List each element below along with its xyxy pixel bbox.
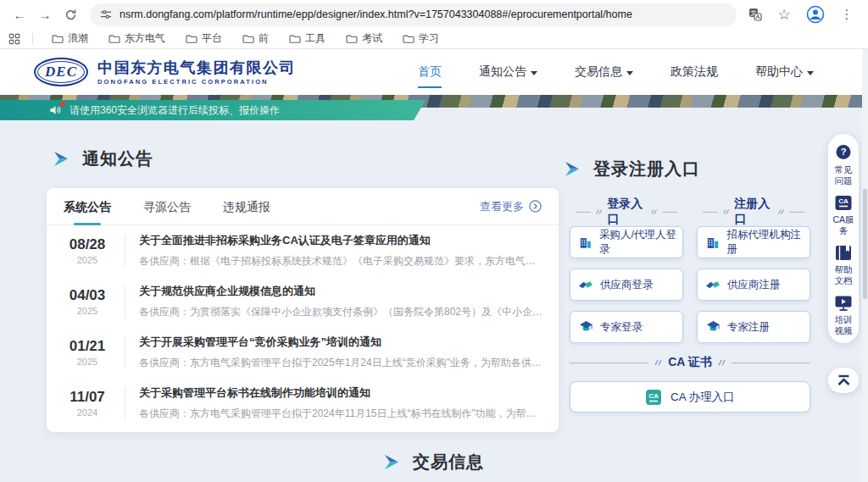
register-group-header: 注册入口 <box>703 197 804 227</box>
site-header: DEC 中国东方电气集团有限公司 DONGFANG ELECTRIC CORPO… <box>0 49 868 95</box>
divider <box>125 235 125 267</box>
question-icon: ? <box>834 143 853 162</box>
training-videos-shortcut[interactable]: 培训视频 <box>831 295 856 336</box>
graduation-cap-icon <box>579 320 593 334</box>
video-icon <box>834 295 853 312</box>
browser-alert-bar: 请使用360安全浏览器进行后续投标、报价操作 <box>0 100 426 120</box>
url-bar[interactable]: nsrm.dongfang.com/platform/runtime/epp/d… <box>90 3 737 26</box>
notices-card: 系统公告 寻源公告 违规通报 查看更多 08/28 2025 关于全面推进非招标… <box>47 188 559 432</box>
scrollbar-thumb[interactable] <box>863 189 867 299</box>
divider <box>125 387 125 419</box>
notice-title[interactable]: 关于规范供应商企业规模信息的通知 <box>139 284 543 299</box>
scrollbar-track[interactable] <box>862 49 868 482</box>
building-icon <box>706 235 721 250</box>
forward-icon[interactable]: → <box>34 3 56 25</box>
nav-trade-info[interactable]: 交易信息 <box>575 59 633 85</box>
company-logo[interactable]: DEC 中国东方电气集团有限公司 DONGFANG ELECTRIC CORPO… <box>34 58 296 86</box>
bookmark-star-icon[interactable]: ☆ <box>773 3 795 25</box>
divider <box>125 285 125 318</box>
slash-decoration <box>778 208 784 215</box>
company-name-cn: 中国东方电气集团有限公司 <box>97 59 296 76</box>
url-text[interactable]: nsrm.dongfang.com/platform/runtime/epp/d… <box>120 8 632 20</box>
apps-grid-icon[interactable] <box>8 33 20 45</box>
tab-violation-reports[interactable]: 违规通报 <box>223 188 270 225</box>
dec-logo-icon: DEC <box>34 58 88 86</box>
notice-title[interactable]: 关于开展采购管理平台“竞价采购业务”培训的通知 <box>139 335 543 350</box>
chrome-menu-icon[interactable]: ⋮ <box>836 3 858 25</box>
chevron-down-icon <box>531 71 537 75</box>
expert-login-button[interactable]: 专家登录 <box>570 311 683 343</box>
slash-decoration <box>651 208 657 215</box>
scroll-to-top-button[interactable] <box>828 368 859 393</box>
tab-sourcing-notices[interactable]: 寻源公告 <box>143 188 191 225</box>
notices-section-title: 通知公告 <box>53 147 153 170</box>
bookmark-folder[interactable]: 浪潮 <box>45 31 95 46</box>
login-group-header: 登录入口 <box>576 197 677 227</box>
tab-system-notices[interactable]: 系统公告 <box>64 188 111 225</box>
ca-card-icon: CA <box>834 195 853 212</box>
nav-policies[interactable]: 政策法规 <box>670 59 718 85</box>
nav-help-center[interactable]: 帮助中心 <box>755 59 814 85</box>
section-arrow-icon <box>564 161 581 177</box>
nav-notices[interactable]: 通知公告 <box>479 59 537 85</box>
notification-dot <box>60 102 65 107</box>
bookmarks-separator <box>32 33 33 45</box>
circle-arrow-right-icon <box>529 200 542 213</box>
expert-register-button[interactable]: 专家注册 <box>697 311 810 343</box>
nav-home[interactable]: 首页 <box>418 59 442 85</box>
notice-row[interactable]: 08/28 2025 关于全面推进非招标采购业务CA认证及电子签章应用的通知 各… <box>47 225 559 276</box>
notice-date: 04/03 2025 <box>57 287 118 316</box>
back-icon[interactable]: ← <box>8 3 31 25</box>
slash-decoration <box>654 359 662 366</box>
bookmark-folder[interactable]: 考试 <box>339 31 389 46</box>
view-more-link[interactable]: 查看更多 <box>480 199 542 214</box>
notice-title[interactable]: 关于采购管理平台标书在线制作功能培训的通知 <box>139 385 543 401</box>
bid-agency-register-button[interactable]: 招标代理机构注册 <box>697 226 810 258</box>
svg-text:CA: CA <box>838 197 849 205</box>
ca-group-header: CA 证书 <box>570 355 810 370</box>
bookmark-folder[interactable]: 前 <box>236 31 275 46</box>
book-icon <box>834 245 853 262</box>
handshake-icon <box>579 279 593 291</box>
bookmark-folder[interactable]: 平台 <box>179 31 229 46</box>
bookmarks-bar: 浪潮 东方电气 平台 前 工具 考试 学习 <box>0 29 868 49</box>
divider <box>125 336 125 368</box>
supplier-login-button[interactable]: 供应商登录 <box>570 269 683 301</box>
slash-decoration <box>723 208 729 215</box>
login-section-title: 登录注册入口 <box>564 158 700 180</box>
chevron-down-icon <box>626 71 633 75</box>
section-arrow-icon <box>383 454 400 470</box>
notices-tabs: 系统公告 寻源公告 违规通报 查看更多 <box>47 188 559 225</box>
alert-text: 请使用360安全浏览器进行后续投标、报价操作 <box>70 103 280 118</box>
bookmark-folder[interactable]: 东方电气 <box>102 31 172 46</box>
ca-apply-button[interactable]: CA CA 办理入口 <box>570 381 810 413</box>
notice-row[interactable]: 01/21 2025 关于开展采购管理平台“竞价采购业务”培训的通知 各供应商：… <box>47 327 559 378</box>
notice-row[interactable]: 04/03 2025 关于规范供应商企业规模信息的通知 各供应商：为贯彻落实《保… <box>47 276 559 327</box>
site-settings-icon[interactable] <box>100 8 112 20</box>
buyer-agent-login-button[interactable]: 采购人/代理人登录 <box>570 226 683 258</box>
notice-row[interactable]: 11/07 2024 关于采购管理平台标书在线制作功能培训的通知 各供应商：东方… <box>47 378 559 429</box>
building-icon <box>579 235 593 250</box>
trade-section-title: 交易信息 <box>383 451 484 474</box>
browser-toolbar: ← → nsrm.dongfang.com/platform/runtime/e… <box>0 0 868 29</box>
slash-decoration <box>596 208 602 215</box>
graduation-cap-icon <box>706 320 721 334</box>
notice-date: 11/07 2024 <box>57 389 118 418</box>
translate-icon[interactable]: 文 <box>748 8 762 21</box>
profile-avatar[interactable] <box>806 5 825 24</box>
notice-desc: 各供应商：为贯彻落实《保障中小企业款项支付条例》（国务院令第802号）及《中小企… <box>139 305 543 319</box>
chevron-down-icon <box>807 71 814 75</box>
svg-text:?: ? <box>841 147 847 157</box>
notice-title[interactable]: 关于全面推进非招标采购业务CA认证及电子签章应用的通知 <box>139 233 543 248</box>
faq-shortcut[interactable]: ? 常见问题 <box>831 143 856 186</box>
bookmark-folder[interactable]: 工具 <box>282 31 332 46</box>
speaker-icon <box>49 104 62 116</box>
notice-desc: 各供应商：东方电气采购管理平台拟于2024年11月15日上线“标书在线制作”功能… <box>139 407 543 421</box>
help-docs-shortcut[interactable]: 帮助文档 <box>831 245 856 286</box>
slash-decoration <box>718 359 726 366</box>
ca-service-shortcut[interactable]: CA CA服务 <box>831 195 856 236</box>
notice-date: 01/21 2025 <box>57 338 118 367</box>
reload-icon[interactable] <box>59 3 81 25</box>
supplier-register-button[interactable]: 供应商注册 <box>697 269 810 301</box>
bookmark-folder[interactable]: 学习 <box>396 31 446 46</box>
